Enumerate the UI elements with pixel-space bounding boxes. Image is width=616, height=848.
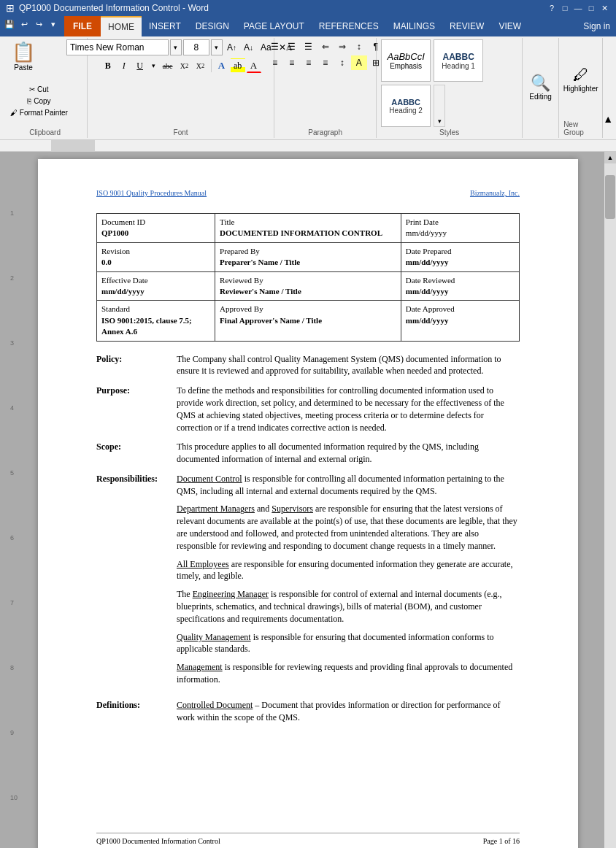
redo-quick-button[interactable]: ↪ (32, 18, 45, 31)
style-heading2-box[interactable]: AABBC Heading 2 (381, 85, 431, 127)
responsibilities-content: Document Control is responsible for cont… (177, 473, 520, 692)
responsibilities-label: Responsibilities: (96, 473, 177, 692)
increase-indent-button[interactable]: ⇒ (334, 39, 350, 54)
undo-quick-button[interactable]: ↩ (18, 18, 31, 31)
grow-font-button[interactable]: A↑ (224, 40, 239, 55)
help-button[interactable]: ? (546, 2, 558, 14)
document-page: ISO 9001 Quality Procedures Manual Bizma… (38, 159, 578, 848)
italic-button[interactable]: I (117, 58, 131, 73)
title-bar-controls[interactable]: ? □ — □ ✕ (546, 2, 610, 14)
scroll-up-button[interactable]: ▲ (604, 152, 616, 163)
center-button[interactable]: ≡ (284, 55, 300, 70)
resp-quality-mgmt: Quality Management (177, 632, 251, 642)
underline-dropdown[interactable]: ▾ (149, 58, 158, 73)
date-reviewed-cell: Date Reviewed mm/dd/yyyy (401, 271, 519, 301)
title-bar-left: ⊞ QP1000 Documented Information Control … (6, 2, 209, 14)
paragraph-group: ☰ ☰ ☰ ⇐ ⇒ ↕ ¶ ≡ ≡ ≡ ≡ ↕ A ⊞ Paragraph (274, 38, 377, 138)
numbering-button[interactable]: ☰ (284, 39, 300, 54)
paragraph-label: Paragraph (308, 127, 342, 136)
tab-mailings[interactable]: MAILINGS (386, 16, 442, 36)
sign-in-label[interactable]: Sign in (583, 21, 610, 31)
sign-in-area[interactable]: Sign in (577, 16, 616, 36)
resp-management-text: is responsible for reviewing requests an… (177, 662, 512, 685)
format-painter-button[interactable]: 🖌 Format Painter (7, 107, 71, 118)
table-row: Effective Date mm/dd/yyyy Reviewed By Re… (97, 271, 520, 301)
font-color-button[interactable]: A (247, 58, 261, 73)
date-approved-cell: Date Approved mm/dd/yyyy (401, 301, 519, 341)
strikethrough-button[interactable]: abc (160, 58, 176, 73)
font-name-dropdown[interactable]: ▾ (170, 39, 182, 55)
approved-by-cell: Approved By Final Approver's Name / Titl… (215, 301, 401, 341)
document-area: 1 2 3 4 5 6 7 8 9 10 11 ISO 9001 Quality… (0, 152, 616, 848)
paste-button[interactable]: 📋 Paste (7, 39, 39, 73)
cut-button[interactable]: ✂ Cut (7, 84, 71, 95)
scrollbar-thumb[interactable] (605, 175, 615, 219)
copy-button[interactable]: ⎘ Copy (7, 96, 71, 107)
prepared-by-cell: Prepared By Preparer's Name / Title (215, 242, 401, 271)
font-format-row: B I U ▾ abc X2 X2 A ab A (101, 58, 261, 73)
responsibilities-section: Responsibilities: Document Control is re… (96, 473, 520, 692)
font-name-input[interactable] (66, 39, 169, 55)
align-right-button[interactable]: ≡ (301, 55, 317, 70)
ribbon-expand-button[interactable]: ▲ (603, 113, 613, 125)
shrink-font-button[interactable]: A↓ (241, 40, 256, 55)
resp-paragraph-1: Document Control is responsible for cont… (177, 473, 520, 498)
tab-references[interactable]: REFERENCES (312, 16, 386, 36)
page-header-left: ISO 9001 Quality Procedures Manual (96, 188, 207, 198)
editing-icon: 🔍 (531, 74, 550, 93)
tab-design[interactable]: DESIGN (188, 16, 236, 36)
restore-button[interactable]: □ (559, 2, 571, 14)
font-separator (211, 59, 212, 72)
purpose-label: Purpose: (96, 385, 177, 433)
superscript-button[interactable]: X2 (193, 58, 208, 73)
tab-file[interactable]: FILE (64, 16, 101, 36)
text-effects-button[interactable]: A (215, 58, 229, 73)
tab-review[interactable]: REVIEW (442, 16, 491, 36)
paste-label: Paste (14, 63, 33, 72)
resp-supervisors: Supervisors (272, 504, 313, 514)
ruler (0, 140, 616, 152)
bold-button[interactable]: B (101, 58, 115, 73)
shading-button[interactable]: A (351, 55, 367, 70)
tab-insert[interactable]: INSERT (142, 16, 188, 36)
close-button[interactable]: ✕ (598, 2, 610, 14)
table-row: Standard ISO 9001:2015, clause 7.5; Anne… (97, 301, 520, 341)
decrease-indent-button[interactable]: ⇐ (317, 39, 334, 54)
editing-label: Editing (529, 93, 552, 101)
styles-more-button[interactable]: ▾ (434, 85, 445, 127)
font-size-input[interactable] (183, 39, 209, 55)
align-left-button[interactable]: ≡ (267, 55, 283, 70)
scrollbar-track[interactable]: ▲ ▼ (604, 152, 616, 848)
purpose-section: Purpose: To define the methods and respo… (96, 385, 520, 433)
highlighter-button[interactable]: 🖊 Highlighter (563, 66, 598, 93)
tab-view[interactable]: VIEW (491, 16, 528, 36)
font-size-dropdown[interactable]: ▾ (211, 39, 223, 55)
effective-date-cell: Effective Date mm/dd/yyyy (97, 271, 215, 301)
style-heading1-box[interactable]: AABBC Heading 1 (434, 39, 483, 82)
font-selector-row: ▾ ▾ A↑ A↓ Aa ✕A (66, 39, 295, 55)
sort-button[interactable]: ↕ (351, 39, 367, 54)
tab-home[interactable]: HOME (101, 16, 142, 36)
text-highlight-button[interactable]: ab (231, 58, 245, 73)
underline-button[interactable]: U (133, 58, 147, 73)
customize-quick-button[interactable]: ▾ (47, 18, 60, 31)
revision-cell: Revision 0.0 (97, 242, 215, 271)
subscript-button[interactable]: X2 (177, 58, 192, 73)
line-spacing-button[interactable]: ↕ (334, 55, 350, 70)
purpose-content: To define the methods and responsibiliti… (177, 385, 520, 433)
style-heading1-preview: AABBC (442, 52, 474, 62)
reviewed-by-cell: Reviewed By Reviewer's Name / Title (215, 271, 401, 301)
font-group-content: ▾ ▾ A↑ A↓ Aa ✕A B I U ▾ abc X2 X2 A ab A (66, 39, 295, 127)
bullets-button[interactable]: ☰ (267, 39, 283, 54)
style-emphasis-box[interactable]: AaBbCcI Emphasis (381, 39, 431, 82)
editing-button[interactable]: 🔍 Editing (529, 74, 552, 101)
justify-button[interactable]: ≡ (317, 55, 334, 70)
minimize-button[interactable]: — (572, 2, 584, 14)
save-quick-button[interactable]: 💾 (3, 18, 16, 31)
styles-label: Styles (439, 127, 459, 136)
maximize-button[interactable]: □ (585, 2, 597, 14)
title-bar: ⊞ QP1000 Documented Information Control … (0, 0, 616, 16)
multilevel-button[interactable]: ☰ (301, 39, 317, 54)
tab-page-layout[interactable]: PAGE LAYOUT (236, 16, 312, 36)
highlighter-label: Highlighter (563, 85, 598, 93)
